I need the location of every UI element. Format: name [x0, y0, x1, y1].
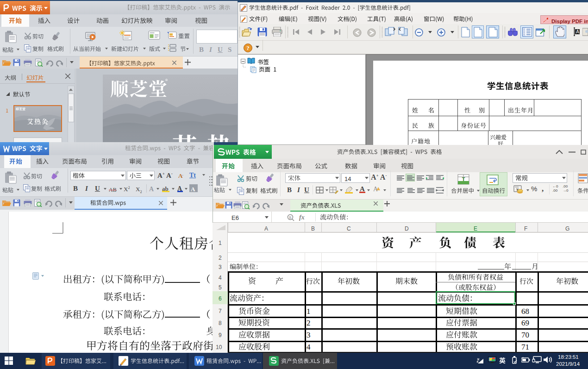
svg-text:R: R — [289, 216, 292, 220]
svg-text:?: ? — [246, 44, 250, 51]
svg-text:T: T — [462, 176, 465, 182]
svg-text:A: A — [576, 29, 579, 34]
svg-text:¥: ¥ — [516, 187, 519, 192]
